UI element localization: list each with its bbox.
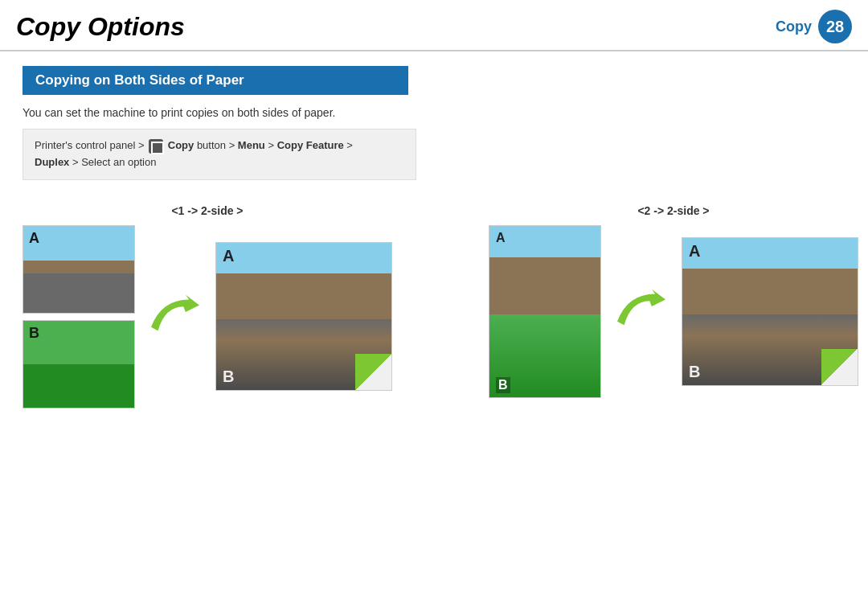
diagram2-page-curl (821, 349, 858, 385)
diagram1-result-photo-a (216, 243, 391, 319)
copy-button-icon (149, 139, 163, 154)
diagram1-letter-a: A (29, 230, 39, 247)
diagram1-letter-b: B (29, 325, 39, 342)
diagram1-page-curl (355, 354, 391, 390)
diagram2-result: A B (682, 237, 858, 386)
section-heading: Copying on Both Sides of Paper (23, 66, 408, 95)
instruction-box: Printer's control panel > Copy button > … (23, 129, 416, 180)
diagram1-result: A B (215, 242, 392, 391)
diagram2-content: A B (489, 225, 858, 398)
diagram1-result-label-a: A (223, 247, 234, 265)
diagram1-result-label-b: B (223, 368, 234, 386)
diagram1-img-b: B (23, 320, 135, 409)
diagram1-arrow (143, 285, 207, 349)
diagram2-arrow (609, 279, 674, 343)
diagram2-source-label-a: A (496, 231, 506, 245)
diagram2-source: A B (489, 225, 601, 398)
diagram2-result-label-b: B (689, 363, 700, 381)
section-description: You can set the machine to print copies … (23, 106, 845, 119)
diagram2-source-photo-a (489, 226, 600, 315)
diagram1-content: A B (23, 225, 392, 409)
instruction-prefix: Printer's control panel > (35, 139, 147, 151)
copy-button-label: Copy (168, 139, 194, 151)
diagram2-result-photo-a (682, 238, 858, 314)
diagrams-area: <1 -> 2-side > A B (23, 204, 845, 409)
page-number: 28 (818, 10, 852, 43)
diagram2-result-image: A B (682, 237, 858, 386)
content-area: Copying on Both Sides of Paper You can s… (0, 51, 868, 423)
diagram1-img-a-photo (23, 226, 134, 313)
diagram1-label: <1 -> 2-side > (23, 204, 392, 217)
diagram2-source-image: A B (489, 225, 601, 398)
diagram-1: <1 -> 2-side > A B (23, 204, 392, 409)
diagram1-img-a: A (23, 225, 135, 314)
diagram2-label: <2 -> 2-side > (489, 204, 858, 217)
diagram2-result-label-a: A (689, 242, 700, 261)
diagram1-img-b-photo (23, 321, 134, 408)
diagram-2: <2 -> 2-side > A B (489, 204, 858, 409)
header-right: Copy 28 (776, 10, 852, 43)
diagram1-result-image: A B (215, 242, 392, 391)
diagram2-source-label-b: B (496, 377, 510, 393)
copy-label: Copy (776, 18, 812, 35)
diagram1-source-images: A B (23, 225, 135, 409)
page-header: Copy Options Copy 28 (0, 0, 868, 51)
page-title: Copy Options (16, 12, 185, 42)
